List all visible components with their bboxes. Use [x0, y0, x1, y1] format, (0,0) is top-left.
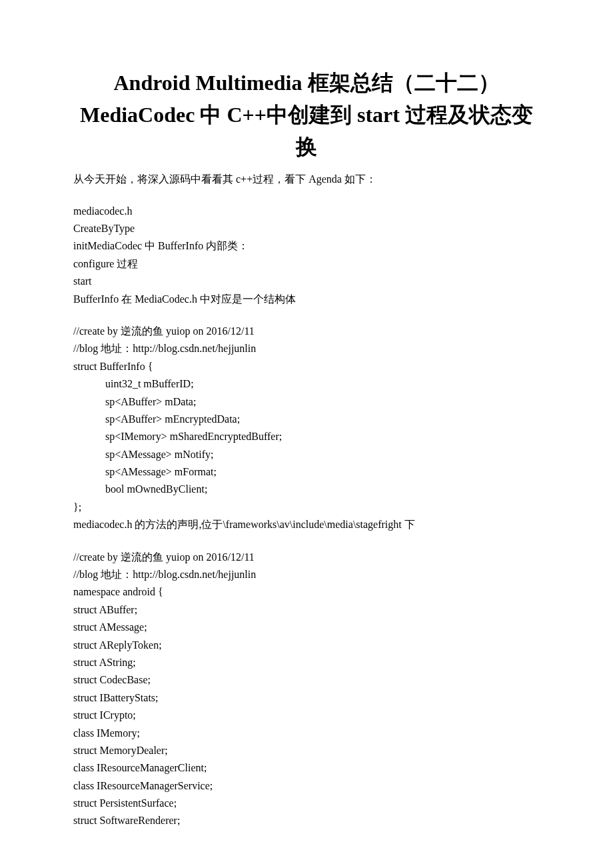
agenda-block: mediacodec.h CreateByType initMediaCodec… [73, 203, 540, 308]
namespace-declarations-block: //create by 逆流的鱼 yuiop on 2016/12/11 //b… [73, 549, 540, 830]
page-title: Android Multimedia 框架总结（二十二）MediaCodec 中… [73, 67, 540, 163]
bufferinfo-struct-block: //create by 逆流的鱼 yuiop on 2016/12/11 //b… [73, 323, 540, 534]
intro-paragraph: 从今天开始，将深入源码中看看其 c++过程，看下 Agenda 如下： [73, 171, 540, 188]
